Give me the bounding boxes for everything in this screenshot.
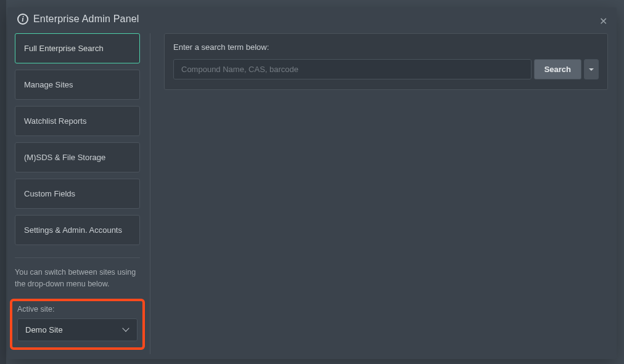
nav-manage-sites[interactable]: Manage Sites <box>15 70 140 100</box>
modal-header: i Enterprise Admin Panel <box>7 7 617 30</box>
main-content: Enter a search term below: Search <box>164 33 608 354</box>
site-switch-hint: You can switch between sites using the d… <box>15 267 140 290</box>
nav-settings-admin-accounts[interactable]: Settings & Admin. Accounts <box>15 215 140 245</box>
nav-item-label: Custom Fields <box>24 189 75 198</box>
modal-body: Full Enterprise Search Manage Sites Watc… <box>7 30 617 359</box>
search-row: Search <box>173 59 599 79</box>
search-button[interactable]: Search <box>534 59 581 79</box>
active-site-label: Active site: <box>17 305 138 313</box>
active-site-callout: Active site: Demo Site <box>10 299 145 350</box>
nav-custom-fields[interactable]: Custom Fields <box>15 179 140 209</box>
modal-title: Enterprise Admin Panel <box>33 14 139 25</box>
admin-panel-modal: i Enterprise Admin Panel ✕ Full Enterpri… <box>7 7 617 359</box>
sidebar-divider <box>15 257 140 258</box>
nav-item-label: Watchlist Reports <box>24 116 86 126</box>
nav-item-label: Settings & Admin. Accounts <box>24 225 122 235</box>
nav-full-enterprise-search[interactable]: Full Enterprise Search <box>15 33 140 63</box>
active-site-select[interactable]: Demo Site <box>17 318 138 341</box>
active-site-value: Demo Site <box>25 325 63 334</box>
search-prompt: Enter a search term below: <box>173 42 599 52</box>
nav-item-label: Full Enterprise Search <box>24 44 104 53</box>
nav-item-label: Manage Sites <box>24 80 73 89</box>
search-panel: Enter a search term below: Search <box>164 33 608 90</box>
search-options-toggle[interactable] <box>584 59 599 79</box>
search-input[interactable] <box>173 59 532 79</box>
close-icon[interactable]: ✕ <box>597 15 609 27</box>
nav-msds-file-storage[interactable]: (M)SDS & File Storage <box>15 142 140 172</box>
info-icon: i <box>17 14 28 25</box>
background-strip <box>0 0 6 364</box>
sidebar: Full Enterprise Search Manage Sites Watc… <box>15 33 150 354</box>
chevron-down-icon <box>123 326 129 333</box>
nav-watchlist-reports[interactable]: Watchlist Reports <box>15 106 140 136</box>
nav-item-label: (M)SDS & File Storage <box>24 153 105 162</box>
caret-down-icon <box>589 68 594 71</box>
